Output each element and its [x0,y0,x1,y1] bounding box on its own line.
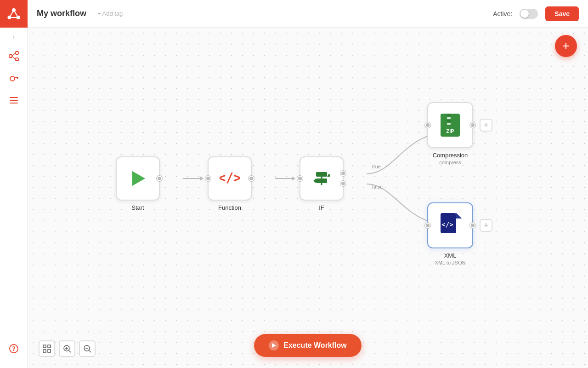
zoom-fit-button[interactable] [39,340,55,357]
fit-icon [43,345,51,353]
sidebar-item-credentials[interactable] [0,68,28,90]
sidebar-item-nodes[interactable] [0,46,28,68]
code-icon: </> [220,168,240,189]
execute-label: Execute Workflow [283,341,347,350]
if-icon [311,167,333,190]
sidebar-item-executions[interactable] [0,90,28,112]
zoom-in-button[interactable] [59,340,75,357]
svg-marker-42 [456,213,462,218]
svg-rect-37 [447,120,451,122]
sidebar: › [0,0,28,368]
compression-add-button[interactable]: + [480,119,492,132]
svg-text:</>: </> [441,221,453,228]
svg-rect-36 [447,117,451,119]
add-tag-button[interactable]: + Add tag [94,8,126,19]
if-label: IF [319,204,324,211]
add-node-fab[interactable]: + [555,35,577,57]
function-output-connector[interactable] [249,176,254,181]
header: My workflow + Add tag Active: Save [28,0,588,28]
svg-text:</>: </> [220,170,240,185]
save-button[interactable]: Save [545,6,579,21]
svg-rect-35 [447,114,451,116]
node-start[interactable]: Start [116,156,160,211]
xml-label: XML [444,252,457,259]
compression-output-connector[interactable] [470,122,475,128]
svg-rect-28 [316,172,327,177]
zoom-out-button[interactable] [79,340,96,357]
nodes-icon [9,51,19,63]
xml-output-connector[interactable] [470,223,475,228]
execute-workflow-button[interactable]: Execute Workflow [254,334,362,357]
if-true-connector[interactable] [340,171,346,176]
svg-line-54 [89,351,91,352]
header-right: Active: Save [493,6,579,21]
node-start-box[interactable] [116,156,160,201]
bottom-bar: Execute Workflow [28,334,588,357]
branch-true-label: true [372,164,381,169]
svg-point-11 [10,76,15,81]
svg-rect-46 [43,350,46,352]
execute-play-icon [269,340,279,351]
svg-line-4 [14,10,18,17]
xml-add-button[interactable]: + [480,219,492,232]
svg-rect-38 [447,123,451,125]
xml-input-connector[interactable] [425,223,430,228]
svg-marker-21 [200,176,204,181]
active-toggle[interactable] [520,9,538,19]
svg-marker-29 [327,174,330,177]
zoom-out-icon [83,345,91,353]
svg-rect-7 [16,52,18,54]
node-function-box[interactable]: </> [208,156,252,201]
node-compression[interactable]: + ZIP Compression compress [427,102,473,165]
svg-rect-44 [43,345,46,348]
node-if[interactable]: IF [300,156,344,211]
svg-line-3 [9,10,14,17]
svg-marker-23 [292,176,295,181]
main-area: My workflow + Add tag Active: Save + [28,0,588,368]
svg-marker-26 [132,171,145,186]
compression-input-connector[interactable] [425,122,430,128]
workflow-title: My workflow [37,9,86,18]
list-icon [9,95,19,108]
node-if-box[interactable] [300,156,344,201]
svg-line-9 [12,53,16,56]
svg-rect-47 [48,350,51,352]
chevron-right-icon: › [12,33,15,40]
if-input-connector[interactable] [297,176,303,181]
node-compression-box[interactable]: + ZIP [427,102,473,148]
svg-rect-8 [16,58,18,61]
zoom-in-icon [63,345,71,353]
node-xml-box[interactable]: + </> [427,202,473,248]
xml-sublabel: XML to JSON [435,260,466,265]
start-label: Start [131,204,144,211]
function-label: Function [218,204,241,211]
active-label: Active: [493,10,512,17]
svg-marker-31 [313,178,316,183]
svg-text:ZIP: ZIP [446,128,454,134]
zoom-controls [39,340,96,357]
compression-icon: ZIP [439,112,462,138]
sidebar-toggle[interactable]: › [0,28,28,46]
play-icon [128,168,148,189]
svg-rect-6 [9,55,12,58]
svg-rect-45 [48,345,51,348]
key-icon [9,73,19,86]
help-icon: ? [9,344,19,356]
svg-marker-55 [272,343,276,348]
node-function[interactable]: </> Function [208,156,252,211]
svg-line-10 [12,56,16,59]
branch-false-label: false [372,184,383,190]
xml-icon: </> [439,212,462,239]
compression-label: Compression [433,152,468,159]
svg-text:?: ? [12,345,15,352]
if-false-connector[interactable] [340,181,346,186]
compression-sublabel: compress [439,160,461,165]
workflow-canvas[interactable]: + true false [28,28,588,368]
sidebar-item-help[interactable]: ? [0,339,28,361]
start-output-connector[interactable] [157,176,162,181]
function-input-connector[interactable] [205,176,211,181]
app-logo[interactable] [0,0,28,28]
node-xml[interactable]: + </> XML XML to JSON [427,202,473,265]
svg-line-51 [69,351,71,352]
plus-icon: + [562,40,570,52]
